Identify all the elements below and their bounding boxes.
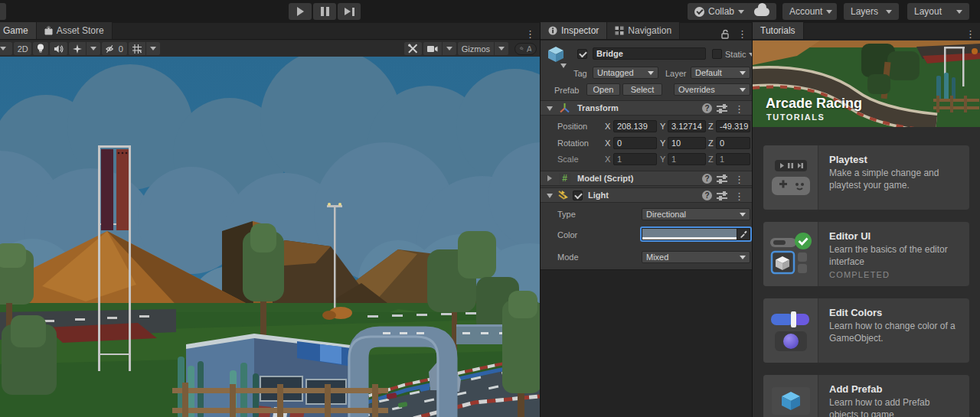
tool-button-clipped[interactable] xyxy=(0,3,6,20)
script-icon: # xyxy=(559,173,570,184)
model-script-header[interactable]: # Model (Script) ? ⋮ xyxy=(541,171,752,186)
draw-mode-dropdown[interactable] xyxy=(0,42,12,55)
collab-check-icon xyxy=(694,7,704,17)
light-menu-icon[interactable]: ⋮ xyxy=(734,191,744,202)
effects-dropdown[interactable] xyxy=(87,42,100,55)
position-x-field[interactable]: 208.139 xyxy=(613,120,657,132)
camera-dropdown[interactable] xyxy=(443,42,456,55)
collab-button[interactable]: Collab xyxy=(688,3,751,20)
light-foldout[interactable] xyxy=(547,194,553,198)
gizmos-dropdown[interactable] xyxy=(495,42,508,55)
gameobject-active-checkbox[interactable] xyxy=(577,49,587,59)
tutorial-card-playtest[interactable]: Playtest Make a simple change and playte… xyxy=(763,145,969,210)
main-toolbar: Collab Account Layers Layout xyxy=(0,0,980,23)
play-button[interactable] xyxy=(289,3,312,20)
component-tools-button[interactable] xyxy=(404,42,421,55)
tab-navigation[interactable]: Navigation xyxy=(607,22,680,39)
scene-audio-toggle[interactable] xyxy=(50,42,67,55)
light-mode-dropdown[interactable]: Mixed xyxy=(642,251,750,263)
axis-y-label: Y xyxy=(660,155,665,164)
rotation-y-field[interactable]: 10 xyxy=(668,137,706,149)
presets-icon[interactable] xyxy=(717,174,727,184)
play-icon xyxy=(297,7,304,16)
gizmos-button[interactable]: Gizmos xyxy=(458,42,494,55)
help-icon[interactable]: ? xyxy=(702,191,712,200)
position-y-field[interactable]: 3.12714 xyxy=(668,120,706,132)
scene-camera-button[interactable] xyxy=(423,42,442,55)
tab-asset-store[interactable]: Asset Store xyxy=(37,22,113,39)
inspector-menu-icon[interactable]: ⋮ xyxy=(733,29,752,39)
scene-visibility-toggle[interactable]: 0 xyxy=(102,42,127,55)
transform-foldout[interactable] xyxy=(547,106,553,111)
shopping-bag-icon xyxy=(44,26,53,35)
step-button[interactable] xyxy=(338,3,361,20)
model-foldout[interactable] xyxy=(547,175,552,181)
light-header[interactable]: Light ? ⋮ xyxy=(541,187,752,203)
prefab-overrides-dropdown[interactable]: Overrides xyxy=(674,83,750,96)
card-description: Learn how to change color of a GameObjec… xyxy=(829,321,960,344)
tag-value: Untagged xyxy=(597,68,634,77)
tutorial-card-editor-ui[interactable]: Editor UI Learn the basics of the editor… xyxy=(763,222,969,286)
unlock-icon[interactable] xyxy=(720,29,730,39)
scene-panel-menu-icon[interactable]: ⋮ xyxy=(521,29,540,39)
account-dropdown[interactable]: Account xyxy=(782,3,837,20)
help-icon[interactable]: ? xyxy=(702,103,712,113)
prefab-label: Prefab xyxy=(554,86,579,95)
transform-header[interactable]: Transform ? ⋮ xyxy=(541,100,752,116)
scene-search-field[interactable] xyxy=(514,43,537,55)
card-text: Add Prefab Learn how to add Prefab objec… xyxy=(818,375,969,417)
layer-dropdown[interactable]: Default xyxy=(691,67,750,79)
chevron-down-icon xyxy=(446,47,452,50)
eyedropper-button[interactable] xyxy=(737,229,750,239)
gameobject-options-arrow[interactable] xyxy=(560,64,567,68)
gameobject-cube-icon xyxy=(547,45,565,64)
cloud-services-button[interactable] xyxy=(747,3,776,20)
layers-dropdown[interactable]: Layers xyxy=(844,3,899,20)
rotation-x-field[interactable]: 0 xyxy=(613,137,657,149)
presets-icon[interactable] xyxy=(717,104,727,113)
model-title: Model (Script) xyxy=(577,174,633,183)
axis-z-label: Z xyxy=(708,122,714,131)
chevron-down-icon xyxy=(90,47,96,50)
scene-viewport[interactable] xyxy=(0,57,540,417)
effects-toggle[interactable] xyxy=(69,42,86,55)
tutorials-menu-icon[interactable]: ⋮ xyxy=(961,29,980,39)
tutorial-card-add-prefab[interactable]: Add Prefab Learn how to add Prefab objec… xyxy=(763,375,969,417)
light-color-field[interactable] xyxy=(640,226,752,242)
scene-view-panel: Game Asset Store ⋮ 2D xyxy=(0,23,540,417)
help-icon[interactable]: ? xyxy=(702,174,712,184)
toggle-2d-button[interactable]: 2D xyxy=(14,42,31,55)
scene-lighting-toggle[interactable] xyxy=(33,42,48,55)
search-input[interactable] xyxy=(527,44,531,54)
tab-tutorials[interactable]: Tutorials xyxy=(753,22,804,39)
scale-z-field[interactable]: 1 xyxy=(716,153,750,165)
chevron-down-icon xyxy=(150,47,156,50)
prefab-open-button[interactable]: Open xyxy=(586,83,620,96)
tutorial-card-edit-colors[interactable]: Edit Colors Learn how to change color of… xyxy=(763,298,969,363)
playtest-icon xyxy=(763,145,818,210)
rotation-z-field[interactable]: 0 xyxy=(716,137,750,149)
presets-icon[interactable] xyxy=(717,191,727,200)
light-enabled-checkbox[interactable] xyxy=(573,191,583,200)
pause-button[interactable] xyxy=(313,3,336,20)
scale-label: Scale xyxy=(557,155,579,164)
light-type-dropdown[interactable]: Directional xyxy=(642,208,750,220)
eyedropper-icon xyxy=(740,230,747,238)
grid-visibility-toggle[interactable] xyxy=(129,42,145,55)
transform-menu-icon[interactable]: ⋮ xyxy=(734,103,744,115)
inspector-content: Static Tag Untagged Layer Default Prefab… xyxy=(541,41,752,270)
grid-dropdown[interactable] xyxy=(146,42,160,55)
tab-game[interactable]: Game xyxy=(0,22,37,39)
layout-dropdown[interactable]: Layout xyxy=(907,3,969,20)
static-checkbox[interactable] xyxy=(712,49,722,59)
position-z-field[interactable]: -49.319 xyxy=(716,120,750,132)
prefab-select-button[interactable]: Select xyxy=(622,83,662,96)
tag-dropdown[interactable]: Untagged xyxy=(593,67,658,79)
rotation-label: Rotation xyxy=(557,138,589,148)
model-menu-icon[interactable]: ⋮ xyxy=(734,174,744,185)
tab-inspector[interactable]: Inspector xyxy=(541,22,607,39)
gameobject-name-field[interactable] xyxy=(593,47,706,60)
scale-x-field[interactable]: 1 xyxy=(613,153,657,165)
card-description: Make a simple change and playtest your g… xyxy=(829,168,960,191)
scale-y-field[interactable]: 1 xyxy=(668,153,706,165)
